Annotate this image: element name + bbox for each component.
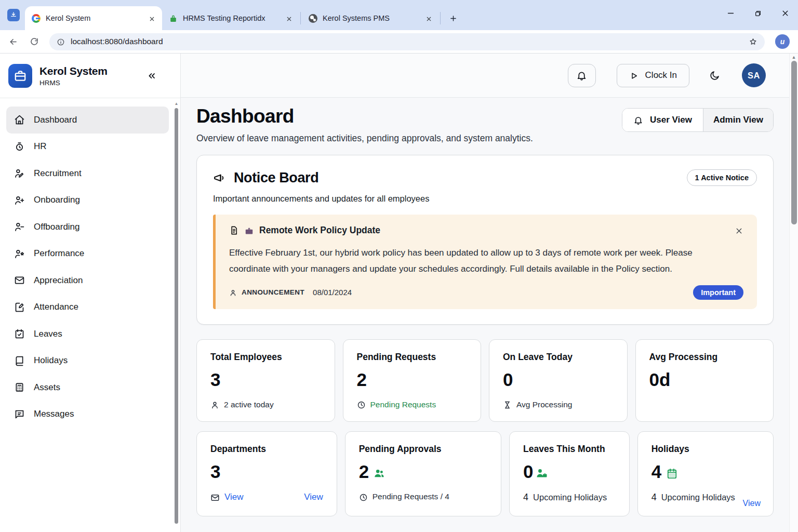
sidebar-item-holidays[interactable]: Holidays (6, 348, 169, 375)
users-green-icon (374, 461, 385, 482)
notice-title: Remote Work Policy Update (259, 225, 380, 236)
hourglass-icon (503, 400, 512, 409)
book-icon (14, 355, 25, 366)
notice-board-subtitle: Important announcements and updates for … (213, 194, 757, 204)
notice-body: Effective February 1st, our hybrid work … (229, 245, 743, 277)
site-info-icon[interactable] (57, 37, 65, 46)
sidebar-item-label: Dashboard (34, 115, 77, 125)
tab-title: Kerol System (46, 14, 143, 22)
new-tab-button[interactable] (449, 14, 458, 23)
play-icon (629, 70, 639, 81)
card-title: Holidays (651, 444, 760, 455)
card-footer-text: 2 active today (224, 400, 274, 409)
calculator-icon (14, 382, 25, 393)
sidebar-scrollbar[interactable]: ▲ (174, 101, 179, 524)
view-link[interactable]: View (743, 499, 761, 508)
stat-card-holidays: Holidays 4 4 Upcoming Holidays View (637, 431, 774, 516)
active-notice-badge: 1 Active Notice (687, 169, 757, 186)
sidebar-item-appreciation[interactable]: Appreciation (6, 267, 169, 294)
dashboard-content: Dashboard Overview of leave management a… (181, 98, 798, 532)
browser-downloads-tray-icon[interactable] (7, 9, 20, 21)
back-icon[interactable] (8, 36, 18, 46)
sidebar-item-assets[interactable]: Assets (6, 374, 169, 401)
sidebar-item-leaves[interactable]: Leaves (6, 321, 169, 348)
tab-divider (440, 12, 441, 24)
user-view-button[interactable]: User View (622, 109, 703, 131)
important-badge: Important (693, 285, 743, 300)
url-text: localhost:8080/dashboard (71, 37, 163, 46)
browser-tab-active[interactable]: Kerol System (25, 6, 162, 30)
user-avatar[interactable]: SA (742, 63, 766, 87)
view-link[interactable]: View (304, 492, 323, 502)
card-value: 0 (503, 369, 614, 390)
browser-tab-3[interactable]: Kerol Systems PMS (302, 6, 439, 30)
card-title: On Leave Today (503, 352, 614, 363)
brand-subtitle: HRMS (39, 79, 108, 87)
card-title: Pending Approvals (359, 444, 487, 455)
sidebar-item-messages[interactable]: Messages (6, 401, 169, 428)
admin-view-button[interactable]: Admin View (703, 109, 773, 131)
bookmark-star-icon[interactable] (749, 37, 757, 46)
tab-close-icon[interactable] (286, 14, 292, 22)
mail-icon (14, 275, 25, 286)
tab-close-icon[interactable] (425, 14, 432, 22)
admin-view-label: Admin View (713, 115, 763, 125)
tab-title: HRMS Testing Reportidx (183, 14, 281, 22)
sidebar-item-label: Performance (34, 248, 84, 259)
clock-in-button[interactable]: Clock In (617, 64, 689, 87)
brand-name: Kerol System (39, 65, 108, 77)
notice-close-icon[interactable] (735, 225, 743, 235)
user-star-icon (14, 248, 25, 259)
reload-icon[interactable] (30, 36, 39, 46)
window-minimize-button[interactable] (726, 8, 735, 18)
stat-card-on-leave-today: On Leave Today 0 Avg Processing (489, 339, 628, 422)
sidebar-item-onboarding[interactable]: Onboarding (6, 187, 169, 214)
user-view-label: User View (650, 115, 692, 125)
url-input[interactable]: localhost:8080/dashboard (49, 33, 765, 50)
user-plus-icon (14, 195, 25, 206)
sidebar-item-attendance[interactable]: Attendance (6, 294, 169, 321)
sidebar: Kerol System HRMS Dashboard HR Recruitme… (0, 54, 181, 532)
sidebar-item-label: Attendance (34, 302, 78, 312)
dark-mode-toggle[interactable] (709, 70, 720, 81)
sidebar-item-offboarding[interactable]: Offboarding (6, 214, 169, 241)
sidebar-item-label: Appreciation (34, 275, 83, 286)
browser-profile-avatar[interactable]: u (775, 34, 790, 49)
user-pen-icon (14, 168, 25, 179)
app-topbar: Clock In SA (181, 54, 798, 98)
card-value: 0d (649, 369, 760, 390)
user-minus-icon (14, 221, 25, 232)
page-subtitle: Overview of leave management activities,… (196, 133, 533, 144)
browser-tab-strip: Kerol System HRMS Testing Reportidx Kero… (0, 0, 798, 30)
sidebar-item-recruitment[interactable]: Recruitment (6, 160, 169, 187)
sidebar-item-label: Offboarding (34, 222, 80, 232)
sidebar-item-dashboard[interactable]: Dashboard (6, 107, 169, 134)
card-value: 2 (357, 369, 468, 390)
browser-tab-2[interactable]: HRMS Testing Reportidx (162, 6, 299, 30)
stat-card-pending-approvals: Pending Approvals 2 Pending Requests / 4 (345, 431, 501, 516)
card-footer-text: Pending Requests / 4 (373, 492, 449, 501)
tab-close-icon[interactable] (149, 14, 155, 22)
card-value: 2 (359, 461, 369, 482)
sidebar-item-performance[interactable]: Performance (6, 241, 169, 268)
green-lock-icon (169, 14, 178, 23)
home-icon (14, 114, 25, 125)
window-restore-button[interactable] (754, 8, 762, 18)
card-footer-text: Avg Processing (516, 400, 572, 409)
notice-date: 08/01/2024 (313, 288, 352, 297)
card-title: Avg Processing (649, 352, 760, 363)
mail-icon (210, 493, 220, 502)
users-briefcase-green-icon (536, 461, 548, 482)
sidebar-collapse-icon[interactable] (146, 70, 157, 82)
stat-card-total-employees: Total Employees 3 2 active today (196, 339, 335, 422)
notice-board-card: Notice Board 1 Active Notice Important a… (196, 155, 774, 325)
sidebar-item-label: Recruitment (34, 168, 82, 179)
card-title: Departments (210, 444, 323, 455)
window-close-button[interactable] (781, 8, 790, 18)
megaphone-icon (213, 171, 226, 184)
card-value: 3 (210, 369, 321, 390)
main-scrollbar[interactable]: ▲ (789, 54, 798, 532)
sidebar-item-hr[interactable]: HR (6, 134, 169, 161)
notifications-button[interactable] (568, 64, 596, 87)
view-link[interactable]: View (224, 492, 244, 502)
